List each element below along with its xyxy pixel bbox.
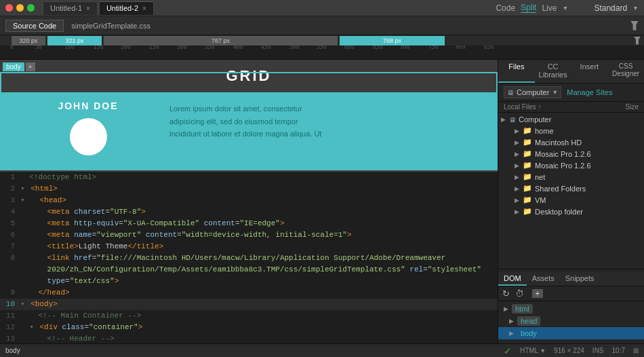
code-line-8b: 2020/zh_CN/Configuration/Temp/Assets/eam…: [0, 264, 498, 276]
code-line-2: 2 ▾ <html>: [0, 183, 498, 195]
live-label[interactable]: Live: [542, 3, 557, 13]
dom-tag-html: html: [512, 304, 533, 314]
status-lang-label: HTML: [520, 347, 538, 354]
tree-item-computer[interactable]: ▶ 🖥 Computer: [498, 114, 644, 125]
dom-item-html[interactable]: ▶ html: [498, 303, 644, 315]
dom-tab-dom[interactable]: DOM: [498, 272, 527, 286]
preview-text-area: Lorem ipsum dolor sit amet, consectetur …: [169, 103, 321, 140]
status-ok-icon: ✓: [504, 345, 512, 356]
dom-item-body[interactable]: ▶ body: [498, 327, 644, 339]
lorem-line-2: adipisicing elit, sed do eiusmod tempor: [169, 116, 321, 128]
code-label[interactable]: Code: [496, 3, 515, 13]
folder-icon: 📁: [523, 184, 532, 193]
source-code-tab[interactable]: Source Code: [5, 20, 64, 32]
maximize-button[interactable]: [27, 4, 35, 12]
size-label: Size: [611, 103, 639, 111]
right-toolbar: 🖥 Computer ▼ Manage Sites: [498, 83, 644, 102]
lorem-line-1: Lorem ipsum dolor sit amet, consectetur: [169, 103, 321, 115]
folder-icon: 📁: [523, 149, 532, 158]
dom-refresh-icon[interactable]: ↻: [502, 288, 510, 299]
code-editor[interactable]: 1 <!doctype html> 2 ▾ <html> 3 ▾ <head> …: [0, 172, 498, 343]
dom-panel: DOM Assets Snippets ↻ ⏱ + ▶ html ▶ head: [498, 269, 644, 343]
tree-item-label: Shared Folders: [535, 185, 586, 193]
filter-icon[interactable]: [630, 21, 639, 31]
code-line-10: 10 ▾ <body>: [0, 299, 498, 310]
preview-header-text: GRID: [226, 67, 272, 85]
code-line-11: 11 <!-- Main Container -->: [0, 310, 498, 322]
lang-arrow-icon: ▼: [540, 347, 546, 354]
tab-close-icon[interactable]: ×: [86, 5, 90, 12]
dom-tab-snippets[interactable]: Snippets: [560, 272, 600, 286]
code-line-6: 6 <meta name="viewport" content="width=d…: [0, 229, 498, 241]
dom-tag-head: head: [517, 316, 540, 326]
standard-arrow-icon: ▼: [632, 5, 639, 12]
minimize-button[interactable]: [16, 4, 24, 12]
split-label[interactable]: Split: [521, 3, 536, 13]
tab-untitled1[interactable]: Untitled-1 ×: [43, 1, 98, 15]
preview-hero: JOHN DOE Lorem ipsum dolor sit amet, con…: [0, 92, 498, 172]
tree-item-net[interactable]: ▶ 📁 net: [498, 171, 644, 183]
tree-item-shared[interactable]: ▶ 📁 Shared Folders: [498, 183, 644, 194]
tree-item-desktop[interactable]: ▶ 📁 Desktop folder: [498, 206, 644, 217]
ruler: 320 px 321 px 767 px 768 px 0 50 100 150…: [0, 35, 644, 60]
tree-item-mosaic2[interactable]: ▶ 📁 Mosaic Pro 1.2.6: [498, 159, 644, 171]
dom-add-button[interactable]: +: [532, 289, 543, 298]
file-tabs: Source Code simpleGridTemplate.css: [5, 20, 158, 32]
tree-item-mosaic1[interactable]: ▶ 📁 Mosaic Pro 1.2.6: [498, 148, 644, 159]
tab-cc-libraries[interactable]: CC Libraries: [535, 60, 571, 83]
tree-item-label: Desktop folder: [535, 208, 583, 216]
ruler-filter-icon[interactable]: [634, 37, 641, 45]
computer-dropdown[interactable]: 🖥 Computer ▼: [504, 86, 561, 98]
traffic-lights: [5, 4, 35, 12]
tab-files[interactable]: Files: [498, 60, 535, 83]
computer-icon: 🖥: [507, 89, 514, 96]
design-preview: body + GRID JOHN DOE Lorem ipsum dolor s…: [0, 60, 498, 172]
body-plus-button[interactable]: +: [26, 62, 35, 71]
lorem-line-3: incididunt ut labore et dolore magna ali…: [169, 128, 321, 140]
code-line-13: 13 <!-- Header -->: [0, 333, 498, 343]
toolbar-right: [630, 21, 639, 31]
status-lang-selector[interactable]: HTML ▼: [520, 347, 546, 354]
standard-label[interactable]: Standard: [594, 3, 627, 13]
tab-untitled2[interactable]: Untitled-2 ×: [99, 1, 154, 15]
status-ins: INS: [592, 347, 604, 354]
preview-name: JOHN DOE: [58, 100, 118, 111]
close-button[interactable]: [5, 4, 13, 12]
dom-item-head[interactable]: ▶ head: [498, 315, 644, 327]
computer-tree-icon: 🖥: [509, 116, 516, 124]
status-tag: body: [5, 347, 20, 354]
indicator-767: 767 px: [104, 36, 338, 45]
dom-tab-assets[interactable]: Assets: [527, 272, 560, 286]
tree-item-home[interactable]: ▶ 📁 home: [498, 125, 644, 136]
code-line-8c: type="text/css">: [0, 276, 498, 287]
tab-insert[interactable]: Insert: [571, 60, 608, 83]
code-line-8: 8 <link href="file:///Macintosh HD/Users…: [0, 252, 498, 264]
code-lines: 1 <!doctype html> 2 ▾ <html> 3 ▾ <head> …: [0, 172, 498, 343]
tree-item-label: home: [535, 127, 554, 135]
tree-item-label: Macintosh HD: [535, 138, 582, 147]
file-tree-header-row: Local Files ↑ Size: [498, 102, 644, 113]
dom-history-icon[interactable]: ⏱: [515, 288, 524, 299]
tree-item-label: VM: [535, 196, 546, 204]
tab-label: Untitled-2: [106, 4, 138, 12]
code-line-9: 9 </head>: [0, 287, 498, 299]
code-line-7: 7 <title>Light Theme</title>: [0, 241, 498, 252]
status-bar: body ✓ HTML ▼ 916 × 224 INS 10:7 ⊞: [0, 343, 644, 357]
indicator-320: 320 px: [12, 36, 45, 45]
file-tree: ▶ 🖥 Computer ▶ 📁 home ▶ 📁 Macintosh HD ▶…: [498, 113, 644, 269]
tree-item-label: net: [535, 173, 545, 181]
tab-css-designer[interactable]: CSS Designer: [607, 60, 644, 83]
manage-sites-link[interactable]: Manage Sites: [567, 88, 612, 96]
status-grid-icon[interactable]: ⊞: [633, 347, 639, 354]
live-arrow-icon: ▼: [562, 5, 568, 12]
code-line-4: 4 <meta charset="UTF-8">: [0, 206, 498, 218]
view-mode-controls: Code Split Live ▼ Standard ▼: [496, 3, 639, 13]
folder-icon: 📁: [523, 207, 532, 216]
tree-item-vm[interactable]: ▶ 📁 VM: [498, 194, 644, 206]
tab-close-icon[interactable]: ×: [142, 5, 146, 12]
indicator-768: 768 px: [340, 36, 445, 45]
tree-item-macintosh[interactable]: ▶ 📁 Macintosh HD: [498, 136, 644, 148]
css-tab[interactable]: simpleGridTemplate.css: [64, 20, 158, 32]
local-files-label: Local Files ↑: [504, 103, 611, 111]
toolbar: Source Code simpleGridTemplate.css: [0, 16, 644, 35]
